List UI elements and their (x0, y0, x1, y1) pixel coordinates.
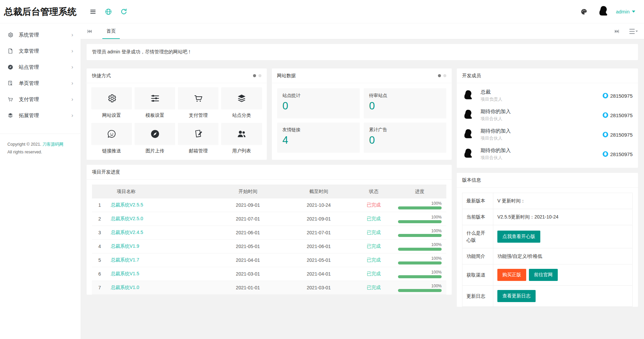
stat-value: 0 (283, 100, 354, 112)
tabbar: 首页 (81, 23, 644, 39)
member-role: 项目合伙人 (481, 155, 511, 161)
qq-contact[interactable]: 28150975 (602, 132, 633, 138)
version-row: 功能简介 功能强/自定义/价格低 (462, 248, 633, 264)
shortcut-tile (221, 87, 262, 109)
hamburger-icon[interactable] (89, 8, 97, 15)
carousel-dot[interactable] (443, 74, 446, 77)
qq-icon (602, 132, 608, 138)
progress: 100% (397, 200, 443, 210)
column-header: 状态 (354, 185, 393, 198)
sidebar-item[interactable]: 拓展管理 › (0, 107, 81, 124)
shortcut-item[interactable]: 支付管理 (178, 87, 218, 123)
sidebar-item[interactable]: ? 单页管理 › (0, 75, 81, 91)
refresh-icon[interactable] (120, 8, 128, 15)
version-row-value: V2.5.5更新时间：2021-10-24 (493, 209, 633, 225)
chevron-right-icon: › (71, 81, 73, 86)
carousel-dot[interactable] (258, 74, 261, 77)
sliders-icon (150, 93, 160, 103)
qq-contact[interactable]: 28150975 (602, 151, 633, 157)
shortcut-tile (91, 87, 132, 109)
sidebar-item[interactable]: 文章管理 › (0, 43, 81, 59)
copyright-link[interactable]: 刀客源码网 (42, 142, 63, 147)
project-link[interactable]: 总裁系统V1.9 (111, 243, 139, 249)
sidebar-item[interactable]: 站点管理 › (0, 59, 81, 75)
stat-label: 友情链接 (283, 127, 354, 133)
start-date: 2021-05-01 (212, 240, 283, 253)
stat-tile: 站点统计 0 (277, 88, 360, 118)
version-row-value: 查看更新日志 (493, 286, 633, 307)
chat-smile-icon (107, 129, 117, 139)
topbar: admin (81, 0, 644, 23)
sidebar-item-label: 系统管理 (19, 32, 39, 38)
sidebar-item[interactable]: 系统管理 › (0, 27, 81, 43)
carousel-dot-active[interactable] (438, 74, 441, 77)
shortcuts-card: 快捷方式 网站设置 模板设置 支付管理 (87, 68, 267, 160)
shortcut-item[interactable]: 模板设置 (135, 87, 175, 123)
version-action-button[interactable]: 点我查看开心版 (497, 231, 540, 243)
username: admin (616, 9, 630, 14)
progress: 100% (397, 214, 443, 224)
shortcut-item[interactable]: 链接推送 (91, 123, 132, 158)
tab-home[interactable]: 首页 (98, 23, 124, 39)
sidebar-item-label: 拓展管理 (19, 112, 39, 119)
gear-icon (107, 93, 117, 103)
tab-scroll-right-icon[interactable] (614, 29, 620, 34)
progress-percent: 100% (398, 256, 442, 261)
version-action-button[interactable]: 前往官网 (529, 269, 558, 281)
member-avatar (462, 89, 476, 102)
project-link[interactable]: 总裁系统V1.7 (111, 257, 139, 262)
qq-contact[interactable]: 28150975 (602, 112, 633, 118)
main-area: admin 首页 管理员 admin 登录成功，尽情管理您的网站吧！ (81, 0, 644, 339)
stat-value: 0 (369, 134, 441, 146)
shortcut-item[interactable]: 网站设置 (91, 87, 132, 123)
version-action-button[interactable]: 查看更新日志 (497, 290, 536, 302)
carousel-dots (253, 74, 261, 77)
version-action-button[interactable]: 购买正版 (497, 269, 526, 281)
sidebar-item-label: 文章管理 (19, 48, 39, 54)
tab-scroll-left-icon[interactable] (87, 29, 92, 34)
member-name: 期待你的加入 (481, 147, 511, 154)
copyright: Copyright © 2021. 刀客源码网 All rights reser… (0, 134, 81, 162)
member-name: 期待你的加入 (481, 128, 511, 134)
project-link[interactable]: 总裁系统V2.5.0 (111, 216, 143, 221)
carousel-dot-active[interactable] (253, 74, 256, 77)
shortcut-item[interactable]: 邮箱管理 (178, 123, 218, 158)
shortcut-item[interactable]: 图片上传 (135, 123, 175, 158)
shortcut-tile (135, 87, 175, 109)
project-link[interactable]: 总裁系统V1.5 (111, 271, 139, 276)
file-icon (7, 48, 13, 54)
tab-options-icon[interactable] (629, 29, 638, 34)
qq-number: 28150975 (610, 93, 633, 99)
qq-contact[interactable]: 28150975 (602, 93, 633, 99)
end-date: 2021-09-01 (283, 212, 354, 226)
progress-bar (398, 275, 442, 278)
project-link[interactable]: 总裁系统V2.5.5 (111, 202, 143, 207)
stat-label: 待审站点 (369, 93, 441, 99)
start-date: 2021-03-01 (212, 267, 283, 281)
qq-icon (602, 151, 608, 157)
shortcut-item[interactable]: 站点分类 (221, 87, 262, 123)
sidebar-item-label: 支付管理 (19, 96, 39, 103)
row-index: 1 (92, 198, 107, 212)
shortcut-label: 站点分类 (221, 112, 262, 118)
site-stats-card: 网站数据 站点统计 0 待审站点 0 友情链接 4 累计广告 0 (272, 68, 452, 160)
palette-icon[interactable] (580, 8, 588, 15)
project-row: 5 总裁系统V1.7 2021-04-01 2021-05-01 已完成 100… (92, 253, 446, 267)
start-date: 2021-09-01 (212, 198, 283, 212)
project-link[interactable]: 总裁系统V1.0 (111, 285, 139, 290)
sidebar-item-label: 单页管理 (19, 80, 39, 87)
version-row: 获取渠道 购买正版前往官网 (462, 264, 633, 286)
shortcut-item[interactable]: 用户列表 (221, 123, 262, 158)
globe-icon[interactable] (105, 8, 112, 15)
project-link[interactable]: 总裁系统V2.4.5 (111, 230, 143, 235)
user-menu[interactable]: admin (597, 5, 635, 19)
right-column: 开发成员 总裁 项目负责人 28150975 期待你的加入 项目合伙人 2815… (457, 68, 638, 312)
cart-icon (193, 93, 203, 103)
progress-bar (398, 289, 442, 292)
sidebar-item[interactable]: 支付管理 › (0, 91, 81, 107)
column-header: 开始时间 (212, 185, 283, 198)
progress-percent: 100% (398, 215, 442, 220)
member-info: 总裁 项目负责人 (481, 89, 502, 102)
start-date: 2021-07-01 (212, 212, 283, 226)
shortcut-label: 支付管理 (178, 112, 218, 118)
